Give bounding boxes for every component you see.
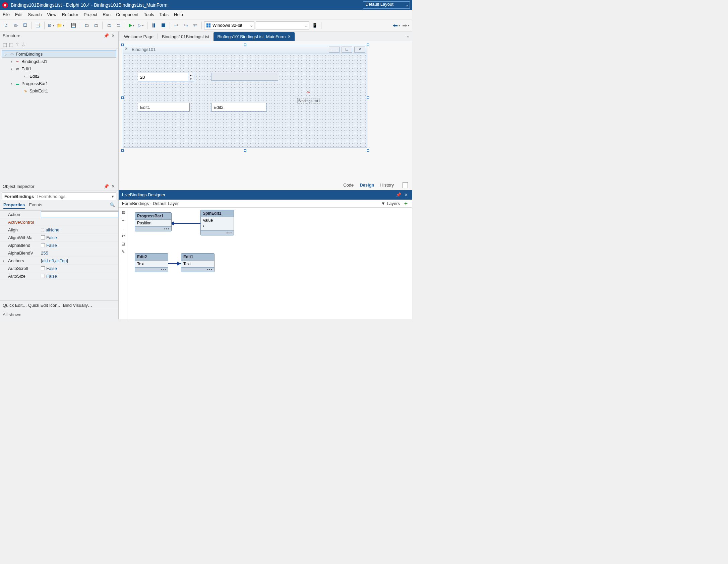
node-field[interactable]: * (201, 224, 234, 230)
prop-value[interactable]: False (39, 274, 118, 279)
lb-tool-add-icon[interactable]: ＋ (121, 217, 125, 223)
spin-up-icon[interactable]: ▲ (188, 73, 194, 77)
lb-node-edit1[interactable]: Edit1 Text ••• (181, 253, 215, 272)
resize-handle[interactable] (367, 149, 369, 152)
chevron-right-icon[interactable]: › (9, 81, 13, 86)
struct-tool-2[interactable]: ⬚ (9, 42, 13, 47)
nav-back-icon[interactable]: ⬅ (392, 21, 401, 29)
prop-value[interactable]: False (39, 266, 118, 271)
tab-welcome[interactable]: Welcome Page (120, 32, 158, 41)
folder-del-icon[interactable]: 🗀 (114, 21, 122, 29)
struct-tool-1[interactable]: ⬚ (3, 42, 7, 47)
node-field[interactable]: Text (181, 261, 214, 267)
open-file-icon[interactable]: 🗁 (11, 21, 19, 29)
config-select[interactable] (256, 21, 309, 29)
pin-icon[interactable]: 📌 (396, 192, 401, 197)
node-field[interactable]: Value (201, 217, 234, 224)
tree-item[interactable]: › ∞ BindingsList1 (2, 58, 116, 65)
resize-handle[interactable] (367, 44, 369, 46)
step-into-icon[interactable]: ⮑ (182, 21, 190, 29)
struct-down-icon[interactable]: ⇩ (21, 42, 25, 47)
prop-value-input[interactable] (41, 211, 118, 217)
lb-tool-remove-icon[interactable]: — (121, 226, 125, 231)
resize-handle[interactable] (367, 96, 369, 99)
save-all-icon[interactable]: 💾 (69, 21, 77, 29)
menu-project[interactable]: Project (84, 12, 97, 17)
tree-item[interactable]: › ▬ ProgressBar1 (2, 80, 116, 87)
prop-value[interactable]: alNone (39, 227, 118, 232)
menu-view[interactable]: View (47, 12, 57, 17)
lb-canvas[interactable]: ProgressBar1 Position ••• SpinEdit1 Valu… (128, 208, 412, 320)
prop-name[interactable]: Anchors (0, 258, 39, 263)
stop-button[interactable] (159, 21, 167, 29)
tab-project[interactable]: Bindings101BindingsList (158, 32, 214, 41)
checkbox-icon[interactable] (41, 243, 45, 247)
pause-button[interactable] (150, 21, 158, 29)
new-file-icon[interactable]: 🗋 (2, 21, 10, 29)
layers-button[interactable]: ▼ Layers (381, 201, 400, 206)
tab-design[interactable]: Design (360, 183, 374, 188)
menu-file[interactable]: File (3, 12, 10, 17)
edit2-control[interactable]: Edit2 (211, 103, 266, 112)
lb-tool-grid-icon[interactable]: ▦ (121, 210, 125, 215)
search-icon[interactable]: 🔍 (110, 202, 115, 209)
tab-code[interactable]: Code (343, 183, 354, 188)
menu-help[interactable]: Help (174, 12, 183, 17)
node-more-icon[interactable]: ••• (135, 267, 168, 272)
run-button[interactable] (127, 21, 135, 29)
add-file-icon[interactable]: 🗎 (47, 21, 55, 29)
node-more-icon[interactable]: ••• (135, 226, 171, 231)
chevron-right-icon[interactable]: › (9, 59, 13, 64)
tab-history[interactable]: History (380, 183, 394, 188)
design-form[interactable]: ⌘ Bindings101 — ☐ ✕ ▲▼ Edit1 (123, 45, 367, 148)
add-folder-icon[interactable]: 📁 (56, 21, 64, 29)
struct-up-icon[interactable]: ⇧ (15, 42, 19, 47)
close-icon[interactable]: ✕ (288, 34, 291, 39)
oi-component-select[interactable]: FormBindings TFormBindings (2, 192, 116, 200)
tree-root[interactable]: ⌄ ▭ FormBindings (2, 50, 116, 58)
resize-handle[interactable] (244, 149, 246, 152)
node-field[interactable]: Text (135, 261, 168, 267)
checkbox-icon[interactable] (41, 274, 45, 278)
spinedit-control[interactable]: ▲▼ (138, 73, 194, 81)
spin-down-icon[interactable]: ▼ (188, 77, 194, 81)
save-icon[interactable]: 🖫 (21, 21, 29, 29)
edit1-control[interactable]: Edit1 (138, 103, 190, 112)
lb-tool-undo-icon[interactable]: ↶ (121, 234, 125, 239)
prop-value[interactable]: False (39, 243, 118, 248)
prop-value[interactable]: [akLeft,akTop] (39, 258, 118, 263)
lb-node-edit2[interactable]: Edit2 Text ••• (135, 253, 168, 272)
lb-tool-wand-icon[interactable]: ✎ (121, 249, 125, 254)
menu-search[interactable]: Search (28, 12, 42, 17)
layout-select[interactable]: Default Layout (363, 1, 410, 9)
tree-item[interactable]: ▭ Edit2 (2, 72, 116, 80)
step-over-icon[interactable]: ⮐ (172, 21, 180, 29)
menu-tools[interactable]: Tools (144, 12, 154, 17)
menu-component[interactable]: Component (116, 12, 138, 17)
step-out-icon[interactable]: ⮒ (191, 21, 199, 29)
progressbar-control[interactable] (211, 73, 278, 81)
checkbox-icon[interactable] (41, 235, 45, 239)
spinedit-input[interactable] (138, 73, 188, 81)
close-icon[interactable]: ✕ (110, 184, 116, 189)
open-project-icon[interactable]: 📑 (34, 21, 42, 29)
nav-fwd-icon[interactable]: ➡ (402, 21, 410, 29)
prop-value[interactable]: 255 (39, 251, 118, 256)
tab-form[interactable]: Binfings101BindingsList_MainForm✕ (214, 32, 295, 41)
close-icon[interactable]: ✕ (110, 33, 116, 39)
chevron-down-icon[interactable]: ⌄ (406, 33, 410, 39)
tree-item[interactable]: › ▭ Edit1 (2, 65, 116, 72)
resize-handle[interactable] (121, 149, 124, 152)
structure-tree[interactable]: ⌄ ▭ FormBindings › ∞ BindingsList1 › ▭ E… (0, 49, 118, 182)
menu-refactor[interactable]: Refactor (62, 12, 78, 17)
pin-icon[interactable]: 📌 (104, 184, 109, 189)
tree-item[interactable]: ⇅ SpinEdit1 (2, 87, 116, 94)
chevron-down-icon[interactable]: ⌄ (4, 52, 8, 57)
prop-value[interactable]: False (39, 235, 118, 240)
menu-edit[interactable]: Edit (15, 12, 22, 17)
node-field[interactable]: Position (135, 220, 171, 226)
node-more-icon[interactable]: ••• (181, 267, 214, 272)
tab-events[interactable]: Events (29, 202, 42, 209)
run-no-debug-button[interactable]: ▷ (137, 21, 145, 29)
bindings-icon[interactable]: ∞ (307, 89, 315, 97)
